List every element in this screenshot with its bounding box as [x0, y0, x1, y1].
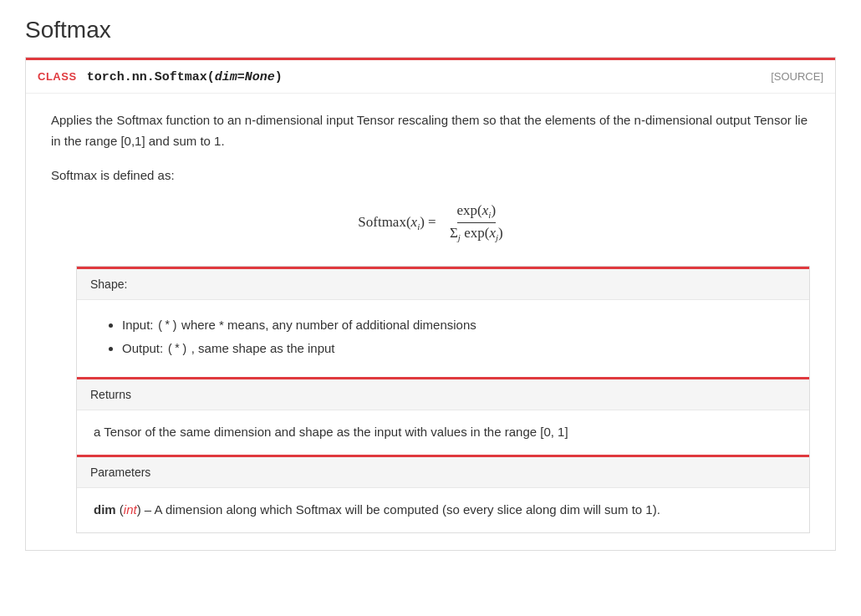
returns-section-body: a Tensor of the same dimension and shape… [77, 410, 809, 455]
description-main: Applies the Softmax function to an n-dim… [51, 110, 810, 152]
parameters-section: Parameters dim (int) – A dimension along… [77, 455, 809, 532]
shape-list: Input: (*) where * means, any number of … [102, 313, 784, 360]
shape-section: Shape: Input: (*) where * means, any num… [77, 267, 809, 377]
shape-input-label: Input: [122, 318, 157, 332]
param-desc: – A dimension along which Softmax will b… [145, 502, 660, 517]
signature-params: dim=None [215, 70, 275, 84]
shape-output-item: Output: (*) , same shape as the input [122, 337, 784, 360]
returns-section-header: Returns [77, 379, 809, 410]
class-header-left: CLASS torch.nn.Softmax(dim=None) [38, 69, 283, 84]
formula-lhs: Softmax(xi) = [358, 214, 440, 230]
sections-area: Shape: Input: (*) where * means, any num… [76, 266, 810, 533]
shape-section-header: Shape: [77, 269, 809, 300]
shape-section-body: Input: (*) where * means, any number of … [77, 300, 809, 377]
class-header: CLASS torch.nn.Softmax(dim=None) [SOURCE… [26, 58, 835, 93]
formula-fraction: exp(xi) Σj exp(xj) [450, 202, 503, 242]
formula-numerator: exp(xi) [457, 202, 497, 222]
page-title: Softmax [25, 17, 836, 43]
shape-output-label: Output: [122, 341, 166, 355]
parameters-section-body: dim (int) – A dimension along which Soft… [77, 488, 809, 532]
shape-output-math: (*) [166, 343, 187, 356]
shape-output-text: , same shape as the input [191, 341, 335, 355]
formula-denominator: Σj exp(xj) [450, 225, 503, 242]
shape-input-math: (*) [157, 319, 178, 333]
class-container: CLASS torch.nn.Softmax(dim=None) [SOURCE… [25, 57, 836, 551]
shape-input-item: Input: (*) where * means, any number of … [122, 313, 784, 337]
source-link[interactable]: [SOURCE] [771, 70, 823, 83]
shape-input-text: where * means, any number of additional … [181, 318, 476, 332]
signature-prefix: torch.nn.Softmax [87, 70, 207, 84]
class-badge: CLASS [38, 70, 77, 83]
class-signature: torch.nn.Softmax(dim=None) [87, 70, 283, 84]
param-name: dim [94, 502, 116, 517]
returns-section: Returns a Tensor of the same dimension a… [77, 377, 809, 455]
param-type: int [124, 502, 137, 517]
defined-as-text: Softmax is defined as: [51, 165, 810, 186]
class-body: Applies the Softmax function to an n-dim… [26, 93, 835, 550]
formula-block: Softmax(xi) = exp(xi) Σj exp(xj) [51, 202, 810, 242]
parameters-section-header: Parameters [77, 457, 809, 488]
